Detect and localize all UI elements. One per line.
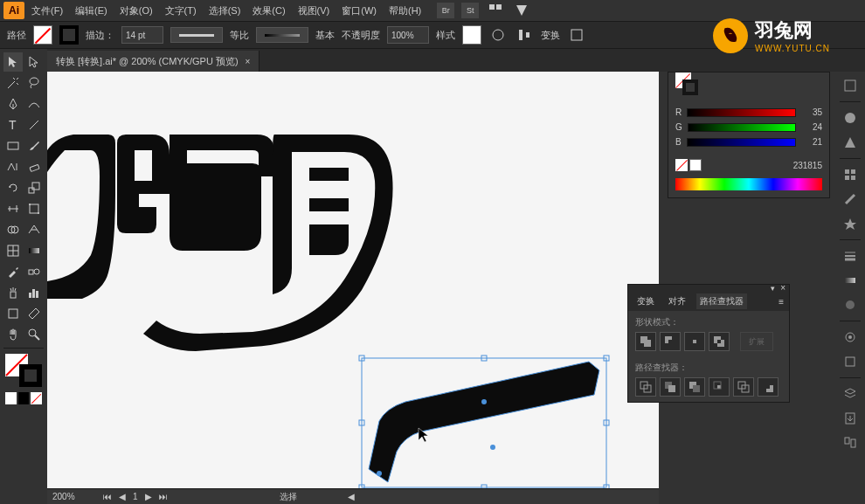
stroke-weight-input[interactable] [121,26,163,44]
menu-type[interactable]: 文字(T) [160,3,202,19]
menu-object[interactable]: 对象(O) [114,3,158,19]
symbols-panel-icon[interactable] [840,213,861,234]
transparency-panel-icon[interactable] [840,294,861,315]
lasso-tool[interactable] [24,73,44,93]
menu-help[interactable]: 帮助(H) [384,3,426,19]
stroke-panel-icon[interactable] [840,245,861,266]
canvas[interactable] [47,72,659,491]
eraser-tool[interactable] [24,157,44,176]
recolor-icon[interactable] [488,25,508,45]
width-tool[interactable] [3,199,23,218]
eyedropper-tool[interactable] [3,262,23,281]
fill-stroke-indicator[interactable] [3,354,44,389]
style-swatch[interactable] [462,25,481,45]
close-panel-icon[interactable]: × [780,283,785,293]
tab-align[interactable]: 对齐 [665,293,689,309]
scroll-left-icon[interactable]: ◀ [348,492,355,501]
exclude-button[interactable] [709,332,730,351]
brush-def[interactable] [256,27,308,43]
gpu-icon[interactable] [512,1,531,20]
b-slider[interactable] [687,138,796,147]
none-swatch[interactable] [675,159,688,171]
intersect-button[interactable] [684,332,705,351]
type-tool[interactable]: T [3,115,23,135]
artboard-nav-prev-icon[interactable]: ◀ [119,492,126,501]
divide-button[interactable] [635,377,656,397]
bridge-icon[interactable]: Br [437,3,454,18]
color-guide-icon[interactable] [840,132,861,153]
slice-tool[interactable] [24,304,44,323]
none-mode-icon[interactable] [31,392,42,404]
artboard-nav-first-icon[interactable]: ⏮ [103,492,112,501]
rectangle-tool[interactable] [3,136,23,155]
merge-button[interactable] [684,377,705,397]
panel-fill-stroke[interactable] [675,72,700,97]
stroke-swatch[interactable] [59,25,79,45]
crop-button[interactable] [709,377,730,397]
g-slider[interactable] [688,123,796,132]
stock-icon[interactable]: St [461,3,479,18]
minus-back-button[interactable] [758,377,778,397]
expand-button[interactable]: 扩展 [740,332,773,351]
column-graph-tool[interactable] [24,283,44,302]
properties-panel-icon[interactable] [840,75,861,96]
opacity-input[interactable] [387,26,429,44]
artboard-nav-last-icon[interactable]: ⏭ [159,492,168,501]
artboard-tool[interactable] [3,304,23,323]
tab-pathfinder[interactable]: 路径查找器 [696,293,747,309]
selection-tool[interactable] [3,52,23,72]
color-spectrum[interactable] [675,178,822,190]
artboards-panel-icon[interactable] [840,432,861,453]
graphic-styles-panel-icon[interactable] [840,351,861,372]
isolate-icon[interactable] [567,25,586,45]
line-tool[interactable] [24,115,44,135]
gradient-tool[interactable] [24,241,44,260]
panel-menu-icon[interactable]: ≡ [778,297,784,307]
menu-window[interactable]: 窗口(W) [336,3,382,19]
r-slider[interactable] [687,108,796,117]
pen-tool[interactable] [3,94,23,114]
menu-file[interactable]: 文件(F) [26,3,68,19]
direct-selection-tool[interactable] [24,52,44,72]
swatches-panel-icon[interactable] [840,164,861,185]
minimize-icon[interactable]: ▾ [771,284,775,293]
rotate-tool[interactable] [3,178,23,197]
menu-select[interactable]: 选择(S) [204,3,246,19]
close-tab-icon[interactable]: × [246,57,251,66]
scale-tool[interactable] [24,178,44,197]
shaper-tool[interactable] [3,157,23,176]
menu-effect[interactable]: 效果(C) [247,3,290,19]
gradient-mode-icon[interactable] [18,392,30,404]
zoom-tool[interactable] [24,325,44,344]
curvature-tool[interactable] [24,94,44,114]
shape-builder-tool[interactable] [3,220,23,239]
minus-front-button[interactable] [660,332,681,351]
artboard-nav-next-icon[interactable]: ▶ [145,492,152,501]
mesh-tool[interactable] [3,241,23,260]
menu-view[interactable]: 视图(V) [293,3,336,19]
zoom-level[interactable]: 200% [52,492,96,501]
magic-wand-tool[interactable] [3,73,23,93]
trim-button[interactable] [660,377,681,397]
appearance-panel-icon[interactable] [840,327,861,348]
white-swatch[interactable] [689,159,702,171]
document-tab[interactable]: 转换 [转换].ai* @ 200% (CMYK/GPU 预览) × [47,51,260,72]
outline-button[interactable] [733,377,754,397]
symbol-sprayer-tool[interactable] [3,283,23,302]
artboard-number[interactable]: 1 [133,492,138,501]
asset-export-panel-icon[interactable] [840,408,861,429]
arrange-docs-icon[interactable] [486,1,505,20]
perspective-tool[interactable] [24,220,44,239]
fill-swatch[interactable] [33,25,52,45]
hand-tool[interactable] [3,325,23,344]
align-icon[interactable] [515,25,534,45]
brushes-panel-icon[interactable] [840,189,861,210]
color-mode-icon[interactable] [5,392,17,404]
gradient-panel-icon[interactable] [840,270,861,291]
color-panel-icon[interactable] [840,107,861,128]
blend-tool[interactable] [24,262,44,281]
tab-transform[interactable]: 变换 [633,293,658,309]
unite-button[interactable] [635,332,656,351]
paintbrush-tool[interactable] [24,136,44,155]
layers-panel-icon[interactable] [840,383,861,404]
